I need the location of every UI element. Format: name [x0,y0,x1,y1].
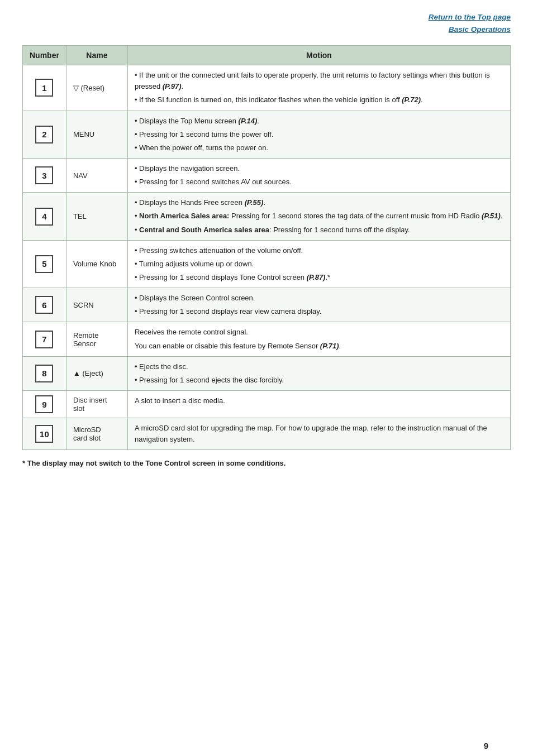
number-box: 3 [35,166,53,184]
motion-cell: • Displays the navigation screen.• Press… [127,159,510,193]
motion-cell: A microSD card slot for upgrading the ma… [127,418,510,450]
motion-line: • Displays the Hands Free screen (P.55). [135,197,503,208]
motion-line: • Pressing switches attenuation of the v… [135,245,503,256]
motion-line: • When the power off, turns the power on… [135,142,503,154]
name-cell: SCRN [66,288,127,322]
motion-line: A microSD card slot for upgrading the ma… [135,423,503,445]
number-cell: 7 [23,322,66,356]
col-name-header: Name [66,46,127,65]
table-row: 1▽ (Reset)• If the unit or the connected… [23,65,511,111]
motion-line: You can enable or disable this feature b… [135,341,503,352]
table-row: 5Volume Knob• Pressing switches attenuat… [23,240,511,288]
motion-line: • Ejects the disc. [135,361,503,372]
table-row: 2MENU• Displays the Top Menu screen (P.1… [23,111,511,158]
motion-line: • If the SI function is turned on, this … [135,94,503,106]
motion-line: • Displays the navigation screen. [135,163,503,174]
motion-cell: • If the unit or the connected unit fail… [127,65,510,111]
motion-line: • Pressing for 1 second turns the power … [135,129,503,140]
number-box: 9 [35,395,53,413]
number-box: 8 [35,365,53,382]
motion-line: • Pressing for 1 second displays Tone Co… [135,272,503,283]
col-motion-header: Motion [127,46,510,65]
number-box: 7 [35,331,53,348]
motion-cell: • Displays the Hands Free screen (P.55).… [127,193,510,240]
table-row: 6SCRN• Displays the Screen Control scree… [23,288,511,322]
name-cell: RemoteSensor [66,322,127,356]
top-links: Return to the Top page Basic Operations [22,11,511,35]
basic-operations-link[interactable]: Basic Operations [22,23,511,36]
number-cell: 9 [23,391,66,418]
motion-cell: • Displays the Screen Control screen.• P… [127,288,510,322]
motion-line: • If the unit or the connected unit fail… [135,70,503,92]
col-number-header: Number [23,46,66,65]
return-top-link[interactable]: Return to the Top page [22,11,511,23]
name-cell: NAV [66,159,127,193]
name-cell: MENU [66,111,127,158]
motion-line: • Pressing for 1 second ejects the disc … [135,375,503,386]
name-cell: Volume Knob [66,240,127,288]
motion-line: • Pressing for 1 second displays rear vi… [135,306,503,317]
number-box: 2 [35,126,53,143]
motion-line: • North America Sales area: Pressing for… [135,210,503,222]
main-table: Number Name Motion 1▽ (Reset)• If the un… [22,45,511,450]
number-box: 4 [35,208,53,226]
motion-line: • Displays the Screen Control screen. [135,293,503,304]
number-cell: 10 [23,418,66,450]
number-box: 6 [35,296,53,314]
table-row: 8▲ (Eject)• Ejects the disc.• Pressing f… [23,356,511,390]
number-cell: 4 [23,193,66,240]
motion-cell: • Pressing switches attenuation of the v… [127,240,510,288]
motion-line: A slot to insert a disc media. [135,395,503,406]
number-box: 5 [35,255,53,273]
name-cell: ▲ (Eject) [66,356,127,390]
name-cell: ▽ (Reset) [66,65,127,111]
table-row: 10MicroSDcard slotA microSD card slot fo… [23,418,511,450]
page-number: 9 [484,741,488,750]
name-cell: Disc insertslot [66,391,127,418]
motion-line: • Pressing for 1 second switches AV out … [135,176,503,188]
table-row: 3NAV• Displays the navigation screen.• P… [23,159,511,193]
name-cell: MicroSDcard slot [66,418,127,450]
footnote: * The display may not switch to the Tone… [22,459,511,467]
motion-cell: A slot to insert a disc media. [127,391,510,418]
motion-line: • Central and South America sales area: … [135,224,503,236]
number-box: 1 [35,79,53,97]
number-cell: 1 [23,65,66,111]
motion-line: Receives the remote control signal. [135,327,503,338]
motion-cell: Receives the remote control signal.You c… [127,322,510,356]
table-row: 7RemoteSensorReceives the remote control… [23,322,511,356]
table-row: 4TEL• Displays the Hands Free screen (P.… [23,193,511,240]
table-row: 9Disc insertslotA slot to insert a disc … [23,391,511,418]
number-cell: 5 [23,240,66,288]
number-cell: 2 [23,111,66,158]
motion-line: • Turning adjusts volume up or down. [135,259,503,270]
page-wrap: Return to the Top page Basic Operations … [22,11,511,756]
number-box: 10 [35,425,53,443]
motion-cell: • Displays the Top Menu screen (P.14).• … [127,111,510,158]
name-cell: TEL [66,193,127,240]
number-cell: 6 [23,288,66,322]
number-cell: 8 [23,356,66,390]
number-cell: 3 [23,159,66,193]
motion-cell: • Ejects the disc.• Pressing for 1 secon… [127,356,510,390]
motion-line: • Displays the Top Menu screen (P.14). [135,116,503,127]
